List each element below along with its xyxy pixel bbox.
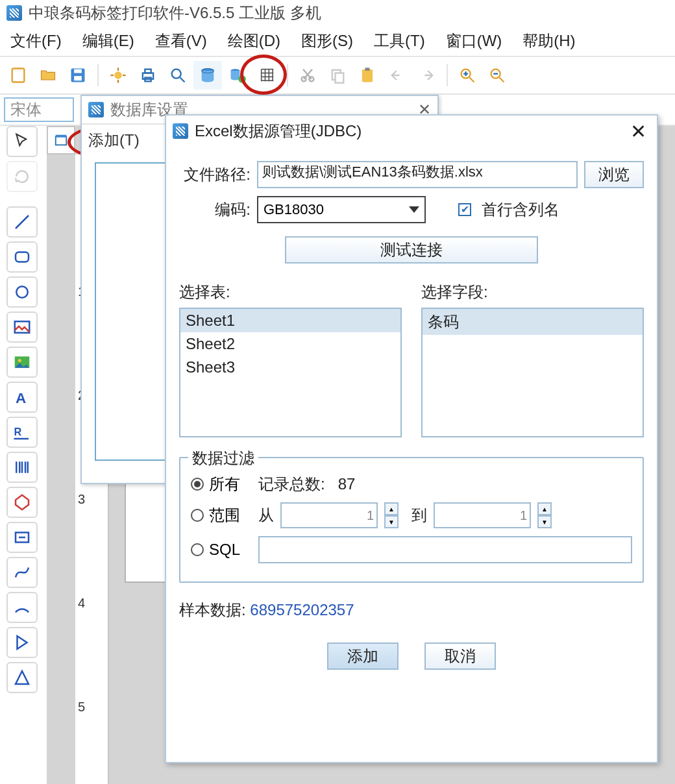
palette-line-icon[interactable] [6,206,38,238]
select-field-label: 选择字段: [421,282,644,302]
palette-ellipse-icon[interactable] [6,276,38,308]
tool-preview-icon[interactable] [164,61,192,90]
record-count-label: 记录总数: [258,474,325,495]
range-from-input[interactable]: 1 [280,502,378,528]
palette-select-icon[interactable] [6,126,38,157]
tool-zoom-in-icon[interactable] [453,61,482,90]
menu-shape[interactable]: 图形(S) [291,27,363,55]
spinner-up-icon[interactable]: ▲ [537,502,552,515]
ruler-label: 3 [78,492,85,507]
from-label: 从 [258,505,274,526]
sql-input[interactable] [258,536,632,563]
tool-paste-icon[interactable] [353,61,382,90]
menu-file[interactable]: 文件(F) [0,27,72,55]
palette-qr-icon[interactable] [6,487,38,518]
menu-draw[interactable]: 绘图(D) [217,27,291,55]
first-row-header-label: 首行含列名 [482,199,559,220]
tool-cut-icon[interactable] [293,61,322,90]
radio-dot-icon [191,543,204,556]
svg-rect-3 [74,69,82,73]
to-label: 到 [411,505,427,526]
field-listbox[interactable]: 条码 [421,308,644,437]
tool-redo-icon[interactable] [413,61,441,90]
tool-database-icon[interactable] [193,61,222,90]
radio-dot-icon [191,478,204,491]
palette-electronic-icon[interactable] [6,522,38,553]
palette-triangle-icon[interactable] [6,662,38,693]
spinner-down-icon[interactable]: ▼ [384,515,399,528]
palette-roundrect-icon[interactable] [6,241,38,273]
browse-button[interactable]: 浏览 [584,161,644,188]
spinner-down-icon[interactable]: ▼ [537,515,552,528]
test-connection-label: 测试连接 [380,239,443,260]
menu-tools[interactable]: 工具(T) [363,27,436,55]
table-item[interactable]: Sheet3 [180,356,400,379]
svg-rect-32 [362,69,373,82]
palette-richtext-icon[interactable]: R [6,417,38,448]
tool-zoom-out-icon[interactable] [483,61,511,90]
menu-view[interactable]: 查看(V) [145,27,217,55]
svg-rect-10 [145,69,151,73]
tool-open-icon[interactable] [34,61,62,90]
svg-line-35 [470,78,474,82]
filter-range-label: 范围 [209,505,240,526]
palette-barcode-icon[interactable] [6,452,38,483]
cancel-button-label: 取消 [445,646,476,667]
tool-undo-icon[interactable] [383,61,411,90]
cancel-button[interactable]: 取消 [424,643,496,670]
table-listbox[interactable]: Sheet1 Sheet2 Sheet3 [179,308,402,437]
first-row-header-checkbox[interactable] [458,203,471,216]
svg-rect-0 [12,69,25,82]
tool-print-icon[interactable] [134,61,162,90]
tool-new-icon[interactable] [4,61,32,90]
encoding-select[interactable]: GB18030 [257,196,426,223]
table-item[interactable]: Sheet1 [180,309,400,332]
palette-polygon-icon[interactable] [6,627,38,658]
palette-arc-icon[interactable] [6,592,38,623]
svg-point-12 [172,69,181,79]
view-origin-icon[interactable] [47,126,75,154]
palette-text-icon[interactable]: A [6,382,38,413]
browse-button-label: 浏览 [598,164,630,185]
filter-sql-radio[interactable]: SQL [191,541,240,559]
field-item[interactable]: 条码 [423,309,643,335]
sample-value: 689575202357 [250,601,354,619]
range-to-input[interactable]: 1 [434,502,531,528]
palette-rotate-icon[interactable] [6,161,38,192]
titlebar: 中琅条码标签打印软件-V6.5.5 工业版 多机 [0,0,675,26]
font-select-value: 宋体 [10,99,42,120]
palette-picture-icon[interactable] [6,347,38,378]
spinner-up-icon[interactable]: ▲ [384,502,399,515]
file-path-label: 文件路径: [179,164,251,185]
app-icon [6,5,22,21]
file-path-input[interactable]: 则试数据\测试EAN13条码数据.xlsx [257,161,578,188]
excel-datasource-dialog: Excel数据源管理(JDBC) ✕ 文件路径: 则试数据\测试EAN13条码数… [165,114,658,763]
excel-dialog-close-icon[interactable]: ✕ [626,120,650,143]
test-connection-button[interactable]: 测试连接 [285,236,538,263]
tool-database-multi-icon[interactable] [223,61,252,90]
palette-image-icon[interactable] [6,312,38,343]
range-from-value: 1 [367,508,374,523]
menu-window[interactable]: 窗口(W) [436,27,513,55]
menu-edit[interactable]: 编辑(E) [72,27,145,55]
dialog-icon [173,123,188,139]
table-item[interactable]: Sheet2 [180,332,400,356]
palette-curve-icon[interactable] [6,557,38,588]
menu-help[interactable]: 帮助(H) [512,27,585,55]
add-button[interactable]: 添加 [327,643,399,670]
tool-save-icon[interactable] [64,61,92,90]
menubar: 文件(F) 编辑(E) 查看(V) 绘图(D) 图形(S) 工具(T) 窗口(W… [0,26,675,57]
filter-all-radio[interactable]: 所有 [191,474,240,495]
tool-settings-icon[interactable] [104,61,132,90]
font-select[interactable]: 宋体 [4,97,74,122]
tool-copy-icon[interactable] [323,61,352,90]
svg-line-39 [500,78,504,82]
db-add-button[interactable]: 添加(T) [88,130,140,151]
add-button-label: 添加 [347,646,378,667]
filter-range-radio[interactable]: 范围 [191,505,240,526]
svg-rect-42 [16,252,29,262]
tool-grid-icon[interactable] [253,61,282,90]
data-filter-group: 数据过滤 所有 记录总数: 87 范围 从 1 ▲▼ 到 1 ▲▼ SQL [179,457,644,583]
encoding-label: 编码: [179,199,251,220]
svg-text:A: A [16,390,26,406]
